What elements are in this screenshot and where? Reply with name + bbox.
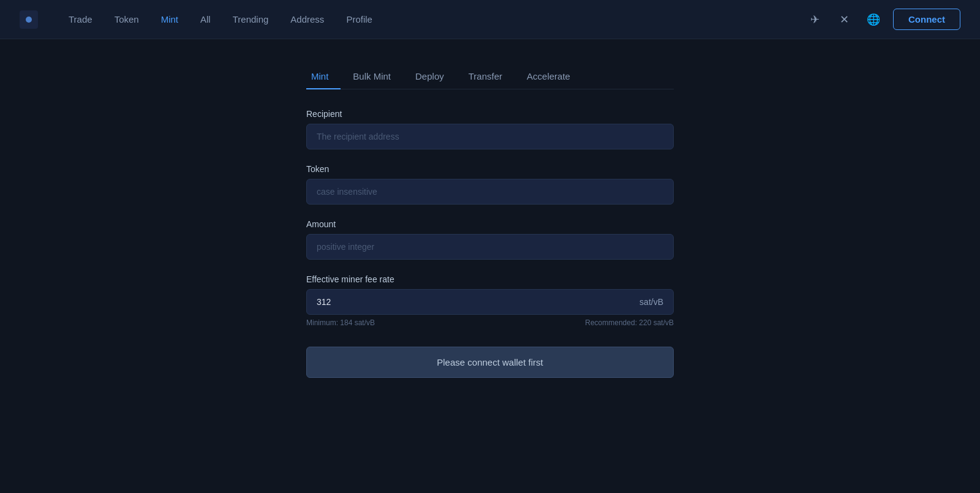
recipient-input[interactable] — [306, 124, 674, 149]
tab-transfer[interactable]: Transfer — [456, 64, 514, 89]
nav-link-all[interactable]: All — [189, 9, 222, 29]
token-label: Token — [306, 164, 674, 174]
fee-rate-label: Effective miner fee rate — [306, 274, 674, 284]
recipient-group: Recipient — [306, 109, 674, 149]
nav-link-mint[interactable]: Mint — [150, 9, 189, 29]
tab-deploy[interactable]: Deploy — [403, 64, 456, 89]
amount-input[interactable] — [306, 234, 674, 260]
nav-link-token[interactable]: Token — [104, 9, 150, 29]
tab-bulk-mint[interactable]: Bulk Mint — [341, 64, 403, 89]
fee-hints: Minimum: 184 sat/vB Recommended: 220 sat… — [306, 318, 674, 327]
logo-icon[interactable] — [20, 10, 38, 29]
fee-minimum: Minimum: 184 sat/vB — [306, 318, 375, 327]
fee-rate-group: Effective miner fee rate 312 sat/vB Mini… — [306, 274, 674, 327]
nav-link-trending[interactable]: Trending — [222, 9, 280, 29]
token-group: Token — [306, 164, 674, 205]
navbar-left: Trade Token Mint All Trending Address Pr… — [20, 9, 383, 29]
navbar: Trade Token Mint All Trending Address Pr… — [0, 0, 980, 39]
token-input[interactable] — [306, 179, 674, 205]
wallet-connect-button[interactable]: Please connect wallet first — [306, 347, 674, 378]
sub-tabs: Mint Bulk Mint Deploy Transfer Accelerat… — [306, 64, 674, 89]
amount-group: Amount — [306, 219, 674, 260]
telegram-icon[interactable]: ✈ — [805, 10, 824, 29]
recipient-label: Recipient — [306, 109, 674, 119]
fee-rate-input-wrapper[interactable]: 312 sat/vB — [306, 289, 674, 315]
nav-links: Trade Token Mint All Trending Address Pr… — [58, 9, 383, 29]
logo-dot — [26, 17, 32, 23]
navbar-right: ✈ ✕ 🌐 Connect — [805, 9, 960, 30]
twitter-icon[interactable]: ✕ — [834, 10, 854, 29]
nav-link-profile[interactable]: Profile — [335, 9, 383, 29]
mint-form: Recipient Token Amount Effective miner f… — [306, 109, 674, 378]
nav-link-address[interactable]: Address — [279, 9, 335, 29]
tab-accelerate[interactable]: Accelerate — [514, 64, 582, 89]
main-content: Mint Bulk Mint Deploy Transfer Accelerat… — [0, 39, 980, 378]
fee-recommended: Recommended: 220 sat/vB — [585, 318, 674, 327]
connect-button[interactable]: Connect — [893, 9, 960, 30]
globe-icon[interactable]: 🌐 — [864, 10, 883, 29]
nav-link-trade[interactable]: Trade — [58, 9, 104, 29]
amount-label: Amount — [306, 219, 674, 229]
tab-mint[interactable]: Mint — [306, 64, 341, 89]
fee-rate-value: 312 — [317, 297, 639, 307]
fee-rate-unit: sat/vB — [639, 297, 663, 307]
content-panel: Mint Bulk Mint Deploy Transfer Accelerat… — [306, 64, 674, 378]
